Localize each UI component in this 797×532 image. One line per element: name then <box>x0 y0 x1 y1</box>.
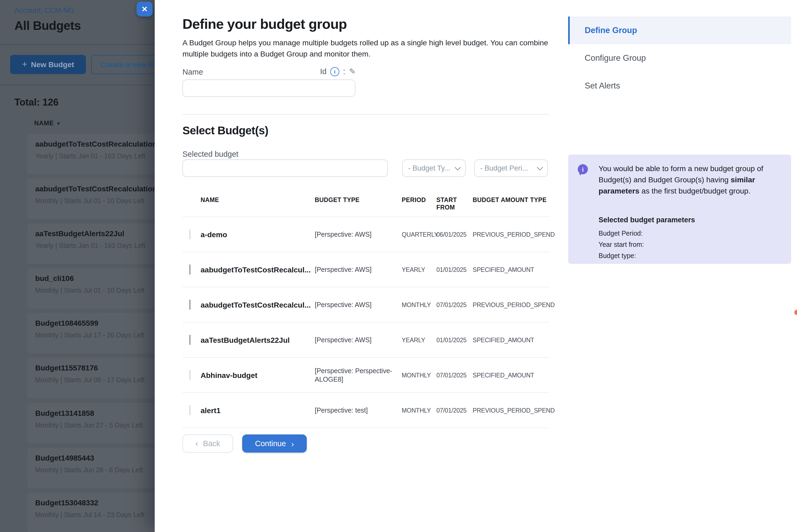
budget-meta: Monthly | Starts Jul 14 - 23 Days Left <box>35 511 144 519</box>
col-header-period: PERIOD <box>402 196 437 204</box>
budget-name: bud_cli106 <box>35 274 74 283</box>
row-checkbox[interactable] <box>189 335 190 345</box>
select-budgets-heading: Select Budget(s) <box>182 124 268 137</box>
budget-type-filter-select[interactable]: - Budget Ty... <box>402 159 466 177</box>
row-checkbox[interactable] <box>189 299 190 309</box>
col-header-amount: BUDGET AMOUNT TYPE <box>472 196 550 204</box>
param-year-start: Year start from: <box>598 241 644 248</box>
budget-meta: Yearly | Starts Jan 01 - 163 Days Left <box>35 152 145 160</box>
cell-amount: PREVIOUS_PERIOD_SPEND <box>472 231 555 238</box>
table-row[interactable]: Abhinav-budget [Perspective: Perspective… <box>182 358 550 393</box>
table-row[interactable]: aabudgetToTestCostRecalcul... [Perspecti… <box>182 252 550 287</box>
info-panel: i You would be able to form a new budget… <box>568 155 791 264</box>
budget-period-filter-value: - Budget Peri... <box>480 164 528 172</box>
info-panel-text: You would be able to form a new budget g… <box>598 163 776 197</box>
budget-list-item[interactable]: aabudgetToTestCostRecalculation1 Yearly … <box>27 134 155 174</box>
modal-description: A Budget Group helps you manage multiple… <box>182 37 556 60</box>
page-title: All Budgets <box>14 19 81 33</box>
section-divider <box>182 114 550 115</box>
cell-name: alert1 <box>201 406 315 415</box>
budget-name: Budget14985443 <box>35 454 94 462</box>
step-define-group-label: Define Group <box>585 25 637 35</box>
budget-meta: Monthly | Starts Jul 08 - 17 Days Left <box>35 376 144 384</box>
param-budget-period: Budget Period: <box>598 230 643 237</box>
budget-list-item[interactable]: Budget14985443 Monthly | Starts Jun 28 -… <box>27 448 155 488</box>
table-row[interactable]: a-demo [Perspective: AWS] QUARTERLY 06/0… <box>182 217 550 252</box>
cell-name: aaTestBudgetAlerts22Jul <box>201 336 315 344</box>
chevron-right-icon: › <box>291 439 294 448</box>
cell-name: aabudgetToTestCostRecalcul... <box>201 300 315 309</box>
info-icon: i <box>578 164 588 174</box>
budget-meta: Monthly | Starts Jul 01 - 10 Days Left <box>35 197 144 205</box>
budget-name: Budget108465599 <box>35 319 98 327</box>
table-row[interactable]: aabudgetToTestCostRecalcul... [Perspecti… <box>182 287 550 323</box>
step-define-group[interactable]: Define Group <box>568 17 791 44</box>
row-checkbox[interactable] <box>189 370 190 380</box>
step-set-alerts[interactable]: Set Alerts <box>585 81 787 91</box>
cell-period: MONTHLY <box>402 372 437 378</box>
budget-meta: Monthly | Starts Jul 01 - 10 Days Left <box>35 287 144 294</box>
row-checkbox[interactable] <box>189 229 190 239</box>
table-row[interactable]: aaTestBudgetAlerts22Jul [Perspective: AW… <box>182 323 550 358</box>
budget-type-filter-value: - Budget Ty... <box>408 164 450 172</box>
budget-list-item[interactable]: Budget153048332 Monthly | Starts Jul 14 … <box>27 493 155 532</box>
id-label: Id <box>320 67 327 76</box>
id-colon: : <box>343 67 345 76</box>
cell-amount: SPECIFIED_AMOUNT <box>472 372 550 378</box>
budget-list-item[interactable]: aabudgetToTestCostRecalculation2 Monthly… <box>27 178 155 219</box>
account-breadcrumb-link[interactable]: Account: CCM-NG <box>14 6 74 14</box>
budget-list-item[interactable]: Budget13141858 Monthly | Starts Jun 27 -… <box>27 403 155 443</box>
all-budgets-page-backdrop: Account: CCM-NG All Budgets + New Budget… <box>0 0 155 532</box>
cell-type: [Perspective: AWS] <box>315 300 402 309</box>
close-modal-button[interactable]: ✕ <box>136 2 152 17</box>
budget-name: Budget153048332 <box>35 498 98 507</box>
budget-meta: Monthly | Starts Jun 27 - 5 Days Left <box>35 422 143 429</box>
back-button-label: Back <box>203 439 220 448</box>
budget-list-item[interactable]: bud_cli106 Monthly | Starts Jul 01 - 10 … <box>27 268 155 309</box>
budget-group-modal: Define your budget group A Budget Group … <box>155 0 797 532</box>
cell-period: MONTHLY <box>402 407 437 413</box>
selected-budget-input[interactable] <box>182 159 388 177</box>
budget-list-item[interactable]: Budget115578176 Monthly | Starts Jul 08 … <box>27 358 155 398</box>
budgets-sort-header[interactable]: NAME ▾ <box>34 119 60 127</box>
budget-list-item[interactable]: aaTestBudgetAlerts22Jul Yearly | Starts … <box>27 223 155 264</box>
chevron-down-icon <box>537 164 543 170</box>
budget-name: Budget13141858 <box>35 409 94 417</box>
selected-budget-label: Selected budget <box>182 150 239 158</box>
id-field-group: Id i : ✎ <box>320 66 357 76</box>
cell-type: [Perspective: AWS] <box>315 265 402 274</box>
param-budget-type: Budget type: <box>598 252 636 260</box>
step-configure-group[interactable]: Configure Group <box>585 53 787 63</box>
group-name-input[interactable] <box>182 79 355 97</box>
budget-name: Budget115578176 <box>35 364 98 372</box>
budget-name: aabudgetToTestCostRecalculation1 <box>35 140 155 148</box>
chevron-down-icon <box>455 164 461 170</box>
cell-start: 07/01/2025 <box>437 372 472 378</box>
cell-start: 07/01/2025 <box>437 407 472 413</box>
selected-budget-parameters-title: Selected budget parameters <box>598 216 695 224</box>
cell-start: 01/01/2025 <box>437 337 472 343</box>
new-budget-button[interactable]: + New Budget <box>10 55 86 74</box>
row-checkbox[interactable] <box>189 264 190 274</box>
budget-list-item[interactable]: Budget108465599 Monthly | Starts Jul 17 … <box>27 313 155 354</box>
plus-icon: + <box>22 59 27 70</box>
budget-period-filter-select[interactable]: - Budget Peri... <box>474 159 548 177</box>
total-count-label: Total: 126 <box>14 97 58 108</box>
cell-start: 07/01/2025 <box>437 301 472 308</box>
budgets-table: NAME BUDGET TYPE PERIOD START FROM BUDGE… <box>182 192 550 428</box>
cell-start: 01/01/2025 <box>437 266 472 273</box>
row-checkbox[interactable] <box>189 405 190 415</box>
close-icon: ✕ <box>141 5 148 13</box>
create-budget-group-button[interactable]: Create a new Budget Group <box>91 55 155 74</box>
budget-name: aabudgetToTestCostRecalculation2 <box>35 185 155 193</box>
back-button[interactable]: ‹ Back <box>182 434 233 453</box>
cell-name: a-demo <box>201 230 315 239</box>
id-info-icon[interactable]: i <box>330 67 339 76</box>
cell-amount: PREVIOUS_PERIOD_SPEND <box>472 301 555 308</box>
budget-meta: Monthly | Starts Jul 17 - 26 Days Left <box>35 331 144 339</box>
continue-button[interactable]: Continue › <box>242 434 307 453</box>
edit-id-pencil-icon[interactable]: ✎ <box>349 66 355 76</box>
sort-column-label: NAME <box>34 119 54 127</box>
chevron-left-icon: ‹ <box>195 439 198 448</box>
table-row[interactable]: alert1 [Perspective: test] MONTHLY 07/01… <box>182 393 550 428</box>
